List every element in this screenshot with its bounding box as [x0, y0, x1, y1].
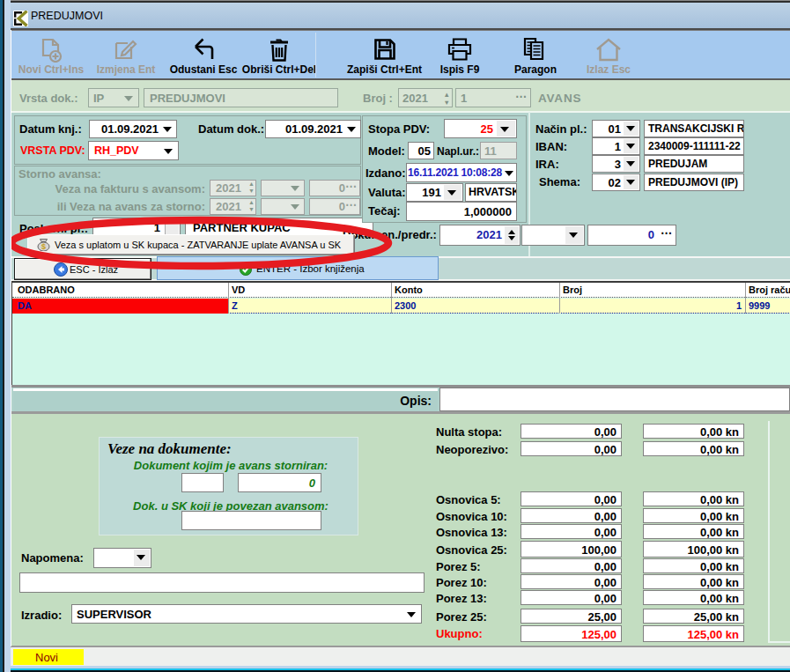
svg-text:$: $: [41, 242, 46, 251]
